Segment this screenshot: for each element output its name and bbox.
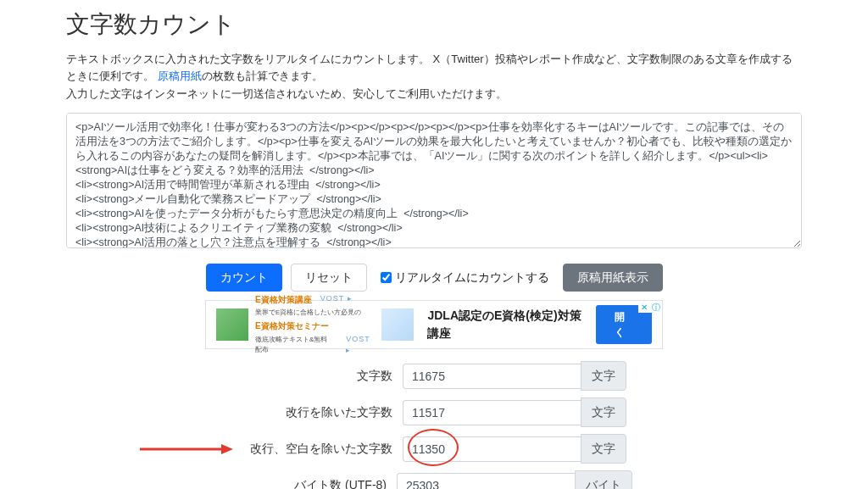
result-label: バイト数 (UTF-8) — [236, 476, 397, 489]
genko-display-button[interactable]: 原稿用紙表示 — [563, 264, 663, 292]
result-unit: 文字 — [581, 434, 626, 464]
result-value[interactable] — [403, 400, 581, 425]
realtime-checkbox-wrap[interactable]: リアルタイムにカウントする — [381, 269, 549, 286]
ad-banner[interactable]: ✕ ⓘ E資格対策講座VOST ▸ 業界でE資格に合格したい方必見の E資格対策… — [66, 300, 802, 349]
realtime-checkbox-label: リアルタイムにカウントする — [395, 269, 549, 286]
text-input[interactable] — [66, 113, 802, 248]
page-title: 文字数カウント — [66, 7, 802, 42]
result-value[interactable] — [403, 364, 581, 389]
result-unit: 文字 — [581, 361, 626, 391]
ad-vost-2: VOST ▸ — [346, 334, 375, 357]
count-button[interactable]: カウント — [206, 264, 282, 292]
result-label: 改行を除いた文字数 — [242, 403, 403, 421]
result-value[interactable] — [403, 436, 581, 462]
result-row: 改行、空白を除いた文字数文字 — [242, 434, 626, 464]
svg-marker-1 — [221, 444, 233, 454]
realtime-checkbox[interactable] — [381, 272, 392, 283]
desc-text-b: の枚数も計算できます。 — [202, 69, 323, 82]
page-description-1: テキストボックスに入力された文字数をリアルタイムにカウントします。 X（Twit… — [66, 51, 802, 84]
ad-line-3: 徹底攻略テキスト&無料配布 — [255, 335, 332, 355]
ad-info-icon[interactable]: ⓘ — [650, 301, 662, 313]
ad-vost-1: VOST ▸ — [320, 293, 353, 305]
ad-line-2: E資格対策セミナー — [255, 320, 329, 332]
arrow-annotation-icon — [140, 442, 233, 456]
result-row: 改行を除いた文字数文字 — [242, 397, 626, 427]
results-list: 文字数文字改行を除いた文字数文字改行、空白を除いた文字数文字バイト数 (UTF-… — [66, 361, 802, 489]
result-label: 文字数 — [242, 367, 403, 385]
result-row: 文字数文字 — [242, 361, 626, 391]
page-description-2: 入力した文字はインターネットに一切送信されないため、安心してご利用いただけます。 — [66, 86, 802, 103]
result-unit: バイト — [575, 470, 632, 489]
genko-yoshi-link[interactable]: 原稿用紙 — [158, 69, 202, 82]
ad-close-icon[interactable]: ✕ — [638, 301, 650, 313]
result-unit: 文字 — [581, 397, 626, 427]
ad-thumb-2 — [381, 308, 414, 341]
result-value[interactable] — [397, 473, 575, 489]
ad-main-text: JDLA認定のE資格(検定)対策講座 — [427, 307, 589, 342]
result-row: バイト数 (UTF-8)バイト — [236, 470, 632, 489]
result-label: 改行、空白を除いた文字数 — [242, 440, 403, 458]
ad-line-1: 業界でE資格に合格したい方必見の — [255, 308, 361, 318]
ad-tag: E資格対策講座 — [255, 293, 312, 306]
reset-button[interactable]: リセット — [291, 264, 367, 292]
ad-thumb-1 — [216, 308, 248, 341]
